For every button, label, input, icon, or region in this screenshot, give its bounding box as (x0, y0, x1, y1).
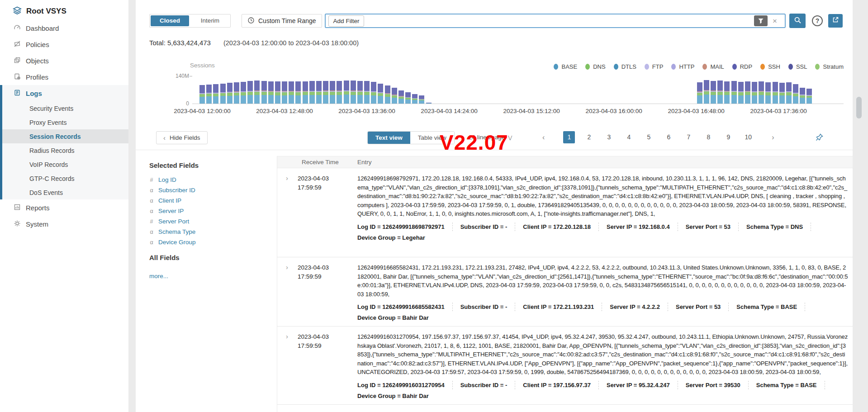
chart-bar[interactable] (275, 81, 280, 104)
chart-bar[interactable] (227, 83, 232, 104)
sidebar-item-system[interactable]: System (0, 216, 128, 232)
field-item-client-ip[interactable]: αClient IP (149, 195, 277, 206)
sidebar-item-radius-records[interactable]: Radius Records (2, 143, 128, 157)
sidebar-item-session-records[interactable]: Session Records (2, 129, 128, 143)
legend-item-base[interactable]: BASE (554, 63, 577, 70)
chart-bar[interactable] (773, 82, 778, 104)
chart-bar[interactable] (704, 80, 709, 104)
sidebar-item-logs[interactable]: Logs (2, 85, 128, 101)
page-button-4[interactable]: 4 (623, 131, 635, 143)
add-filter-button[interactable]: Add Filter (328, 15, 365, 27)
text-view-button[interactable]: Text view (368, 132, 410, 144)
sidebar-item-security-events[interactable]: Security Events (2, 101, 128, 115)
sidebar-item-profiles[interactable]: Profiles (0, 69, 128, 85)
page-button-5[interactable]: 5 (643, 131, 655, 143)
chart-bar[interactable] (711, 81, 716, 104)
hide-fields-button[interactable]: ‹ Hide Fields (156, 131, 208, 144)
page-button-3[interactable]: 3 (603, 131, 615, 143)
sidebar-item-gtpc-records[interactable]: GTP-C Records (2, 171, 128, 185)
chart-bar[interactable] (724, 81, 730, 104)
sidebar-item-dashboard[interactable]: Dashboard (0, 20, 128, 36)
chart-bar[interactable] (385, 85, 390, 104)
chart-bar[interactable] (752, 82, 757, 104)
chart-bar[interactable] (371, 82, 376, 104)
page-button-9[interactable]: 9 (722, 131, 734, 143)
page-button-10[interactable]: 10 (742, 131, 754, 143)
clear-filter-icon[interactable]: × (773, 17, 777, 25)
legend-item-stratum[interactable]: Stratum (815, 63, 844, 70)
chart-bar[interactable] (241, 82, 246, 104)
chart-bar[interactable] (206, 85, 212, 104)
filter-input[interactable]: Add Filter × (325, 14, 786, 28)
chart-bar[interactable] (745, 81, 750, 104)
chart-bar[interactable] (199, 85, 205, 104)
pin-button[interactable] (815, 133, 824, 143)
chart-bar[interactable] (759, 81, 764, 104)
chart-bar[interactable] (398, 90, 404, 104)
chart-bar[interactable] (234, 82, 239, 104)
chart-bar[interactable] (357, 81, 363, 104)
chart-bar[interactable] (426, 103, 432, 104)
chart-bar[interactable] (330, 81, 335, 104)
legend-item-http[interactable]: HTTP (671, 63, 694, 70)
legend-item-rdp[interactable]: RDP (732, 63, 752, 70)
chart-bar[interactable] (309, 81, 315, 104)
chart-bar[interactable] (697, 82, 702, 104)
chart-bar[interactable] (295, 81, 301, 104)
page-button-2[interactable]: 2 (583, 131, 595, 143)
chart-bar[interactable] (268, 81, 274, 104)
interim-button[interactable]: Interim (191, 15, 229, 26)
more-link[interactable]: more... (149, 273, 277, 279)
chart-bar[interactable] (261, 81, 267, 104)
chart-bar[interactable] (289, 81, 294, 104)
next-page-button[interactable]: › (772, 133, 774, 142)
chart-bar[interactable] (392, 88, 397, 104)
field-item-server-ip[interactable]: αServer IP (149, 206, 277, 216)
chart-bar[interactable] (765, 82, 771, 104)
sidebar-item-dos-events[interactable]: DoS Events (2, 185, 128, 199)
legend-item-ssl[interactable]: SSL (788, 63, 807, 70)
legend-item-dtls[interactable]: DTLS (614, 63, 636, 70)
chart-bar[interactable] (731, 81, 737, 104)
help-button[interactable]: ? (812, 15, 823, 26)
chart-bar[interactable] (323, 81, 328, 104)
field-item-device-group[interactable]: αDevice Group (149, 237, 277, 247)
chart-bar[interactable] (800, 88, 805, 104)
table-view-button[interactable]: Table view (410, 132, 454, 144)
chart-bar[interactable] (738, 82, 744, 104)
lines-per-page-select[interactable]: 20 lines/page⋁ (469, 134, 512, 141)
chart-bar[interactable] (351, 81, 356, 104)
chart-bar[interactable] (220, 84, 226, 104)
sidebar-item-objects[interactable]: Objects (0, 52, 128, 69)
search-button[interactable] (789, 14, 806, 28)
chart-bar[interactable] (717, 81, 723, 104)
page-button-1[interactable]: 1 (563, 131, 575, 143)
legend-item-dns[interactable]: DNS (585, 63, 605, 70)
sidebar-item-policies[interactable]: Policies (0, 36, 128, 52)
chart-bar[interactable] (419, 95, 424, 104)
legend-item-mail[interactable]: MAIL (702, 63, 724, 70)
chart-bar[interactable] (213, 84, 218, 104)
closed-button[interactable]: Closed (151, 15, 189, 26)
chart-bar[interactable] (364, 81, 370, 104)
sidebar-item-voip-records[interactable]: VoIP Records (2, 157, 128, 171)
chart-bar[interactable] (412, 94, 417, 104)
legend-item-ssh[interactable]: SSH (760, 63, 780, 70)
vsys-brand[interactable]: Root VSYS (0, 3, 128, 20)
sidebar-item-proxy-events[interactable]: Proxy Events (2, 115, 128, 129)
field-item-server-port[interactable]: #Server Port (149, 216, 277, 227)
export-button[interactable] (828, 14, 843, 28)
chart-bar[interactable] (337, 81, 342, 104)
sidebar-item-reports[interactable]: Reports (0, 199, 128, 216)
filter-funnel-button[interactable] (754, 15, 768, 26)
chart-bar[interactable] (405, 92, 411, 104)
page-button-7[interactable]: 7 (683, 131, 694, 143)
custom-time-range-button[interactable]: Custom Time Range (242, 14, 322, 28)
expand-row-icon[interactable]: › (286, 332, 288, 340)
chart-bar[interactable] (247, 81, 253, 104)
chart-bar[interactable] (378, 84, 383, 104)
chart-bar[interactable] (786, 82, 792, 104)
field-item-schema-type[interactable]: αSchema Type (149, 227, 277, 237)
field-item-subscriber-id[interactable]: αSubscriber ID (149, 185, 277, 195)
chart-bar[interactable] (806, 89, 812, 104)
